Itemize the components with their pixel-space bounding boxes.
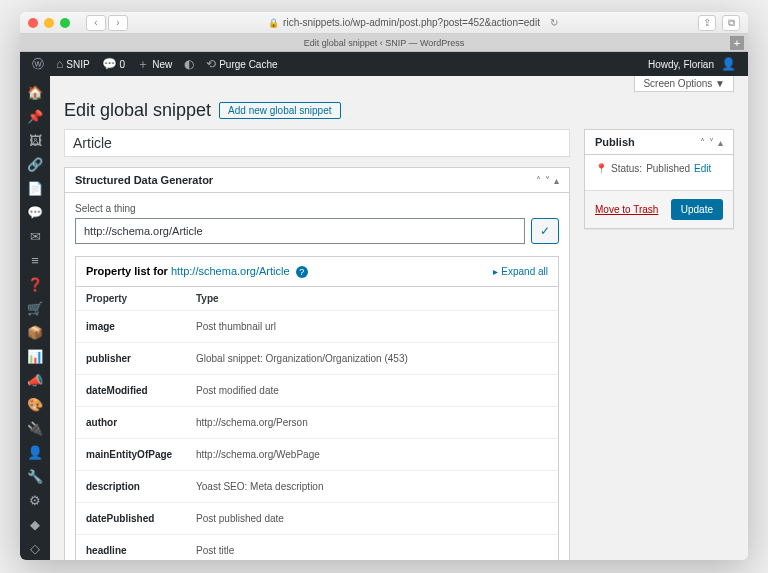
property-row[interactable]: datePublishedPost published date [76, 503, 558, 535]
zoom-window-icon[interactable] [60, 18, 70, 28]
new-content-link[interactable]: ＋New [131, 52, 178, 76]
menu-plugins[interactable]: 🔌 [20, 416, 50, 440]
panel-up-icon[interactable]: ˄ [536, 175, 541, 186]
publish-toggle-icon[interactable]: ▴ [718, 137, 723, 148]
new-tab-button[interactable]: + [730, 36, 744, 50]
menu-toggle[interactable]: ≡ [20, 248, 50, 272]
admin-menu: 🏠 📌 🖼 🔗 📄 💬 ✉ ≡ ❓ 🛒 📦 📊 📣 🎨 🔌 👤 🔧 ⚙ ◆ ◇ [20, 76, 50, 560]
confirm-schema-button[interactable]: ✓ [531, 218, 559, 244]
close-window-icon[interactable] [28, 18, 38, 28]
property-name: publisher [76, 343, 186, 375]
property-name: description [76, 471, 186, 503]
menu-help[interactable]: ❓ [20, 272, 50, 296]
move-to-trash-link[interactable]: Move to Trash [595, 204, 658, 215]
panel-down-icon[interactable]: ˅ [545, 175, 550, 186]
structured-data-generator-box: Structured Data Generator ˄ ˅ ▴ Select a… [64, 167, 570, 560]
publish-status: 📍 Status: Published Edit [595, 163, 723, 174]
menu-posts[interactable]: 📌 [20, 104, 50, 128]
schema-type-input[interactable] [75, 218, 525, 244]
add-new-button[interactable]: Add new global snippet [219, 102, 340, 119]
property-type: Post title [186, 535, 558, 561]
forward-button[interactable]: › [108, 15, 128, 31]
back-button[interactable]: ‹ [86, 15, 106, 31]
menu-marketing[interactable]: 📣 [20, 368, 50, 392]
post-title-input[interactable] [64, 129, 570, 157]
property-name: datePublished [76, 503, 186, 535]
tab-title: Edit global snippet ‹ SNIP — WordPress [304, 38, 465, 48]
menu-products[interactable]: 📦 [20, 320, 50, 344]
col-property: Property [76, 287, 186, 311]
share-icon[interactable]: ⇪ [698, 15, 716, 31]
property-type: Global snippet: Organization/Organizatio… [186, 343, 558, 375]
menu-settings[interactable]: ⚙ [20, 488, 50, 512]
property-type: Yoast SEO: Meta description [186, 471, 558, 503]
comments-link[interactable]: 💬0 [96, 52, 132, 76]
minimize-window-icon[interactable] [44, 18, 54, 28]
edit-status-link[interactable]: Edit [694, 163, 711, 174]
property-row[interactable]: descriptionYoast SEO: Meta description [76, 471, 558, 503]
wp-admin-bar: ⓦ ⌂SNIP 💬0 ＋New ◐ ⟲Purge Cache Howdy, Fl… [20, 52, 748, 76]
property-type: Post modified date [186, 375, 558, 407]
mac-titlebar: ‹ › 🔒 rich-snippets.io/wp-admin/post.php… [20, 12, 748, 34]
publish-box: Publish ˄ ˅ ▴ 📍 Status: Publishe [584, 129, 734, 229]
tabs-icon[interactable]: ⧉ [722, 15, 740, 31]
property-row[interactable]: mainEntityOfPagehttp://schema.org/WebPag… [76, 439, 558, 471]
property-name: dateModified [76, 375, 186, 407]
help-icon[interactable]: ? [296, 266, 308, 278]
property-row[interactable]: publisherGlobal snippet: Organization/Or… [76, 343, 558, 375]
property-type: Post thumbnail url [186, 311, 558, 343]
property-table: Property Type imagePost thumbnail urlpub… [76, 287, 558, 560]
property-type: http://schema.org/WebPage [186, 439, 558, 471]
property-name: mainEntityOfPage [76, 439, 186, 471]
screen-options-toggle[interactable]: Screen Options ▼ [634, 76, 734, 92]
select-thing-label: Select a thing [75, 203, 559, 214]
publish-up-icon[interactable]: ˄ [700, 137, 705, 148]
schema-link[interactable]: http://schema.org/Article [171, 265, 290, 277]
menu-comments[interactable]: 💬 [20, 200, 50, 224]
publish-title: Publish [595, 136, 635, 148]
page-title: Edit global snippet Add new global snipp… [64, 100, 734, 121]
expand-all-button[interactable]: ▸ Expand all [493, 266, 548, 277]
property-row[interactable]: authorhttp://schema.org/Person [76, 407, 558, 439]
menu-links[interactable]: 🔗 [20, 152, 50, 176]
menu-tools[interactable]: 🔧 [20, 464, 50, 488]
lock-icon: 🔒 [268, 18, 279, 28]
property-name: image [76, 311, 186, 343]
menu-users[interactable]: 👤 [20, 440, 50, 464]
menu-mail[interactable]: ✉ [20, 224, 50, 248]
col-type: Type [186, 287, 558, 311]
property-row[interactable]: dateModifiedPost modified date [76, 375, 558, 407]
property-row[interactable]: imagePost thumbnail url [76, 311, 558, 343]
menu-extra1[interactable]: ◆ [20, 512, 50, 536]
menu-media[interactable]: 🖼 [20, 128, 50, 152]
menu-appearance[interactable]: 🎨 [20, 392, 50, 416]
panel-toggle-icon[interactable]: ▴ [554, 175, 559, 186]
url-text: rich-snippets.io/wp-admin/post.php?post=… [283, 17, 540, 28]
property-type: Post published date [186, 503, 558, 535]
property-name: headline [76, 535, 186, 561]
sdg-title: Structured Data Generator [75, 174, 213, 186]
update-button[interactable]: Update [671, 199, 723, 220]
site-home-link[interactable]: ⌂SNIP [50, 52, 96, 76]
howdy-user[interactable]: Howdy, Florian👤 [642, 52, 742, 76]
address-bar[interactable]: 🔒 rich-snippets.io/wp-admin/post.php?pos… [134, 17, 692, 28]
purge-cache-link[interactable]: ⟲Purge Cache [200, 52, 283, 76]
property-name: author [76, 407, 186, 439]
reload-icon[interactable]: ↻ [550, 17, 558, 28]
browser-tab[interactable]: Edit global snippet ‹ SNIP — WordPress + [20, 34, 748, 52]
menu-dashboard[interactable]: 🏠 [20, 80, 50, 104]
seo-link[interactable]: ◐ [178, 52, 200, 76]
property-list-heading: Property list for http://schema.org/Arti… [86, 265, 308, 278]
property-type: http://schema.org/Person [186, 407, 558, 439]
property-row[interactable]: headlinePost title [76, 535, 558, 561]
menu-pages[interactable]: 📄 [20, 176, 50, 200]
wp-logo[interactable]: ⓦ [26, 52, 50, 76]
pin-icon: 📍 [595, 163, 607, 174]
publish-down-icon[interactable]: ˅ [709, 137, 714, 148]
menu-woo[interactable]: 🛒 [20, 296, 50, 320]
menu-analytics[interactable]: 📊 [20, 344, 50, 368]
menu-extra2[interactable]: ◇ [20, 536, 50, 560]
